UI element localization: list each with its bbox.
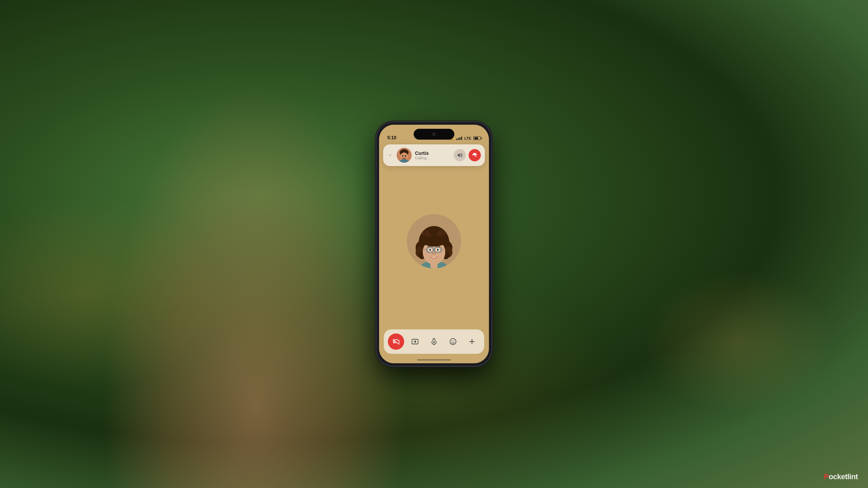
female-memoji-svg (410, 221, 458, 268)
watermark: Pocketlint (824, 472, 858, 481)
banner-chevron-icon[interactable] (387, 152, 393, 158)
svg-point-42 (425, 253, 429, 256)
contact-avatar-small (397, 148, 412, 163)
home-indicator (417, 359, 451, 361)
watermark-p: P (824, 472, 829, 481)
svg-point-47 (450, 339, 456, 345)
phone-frame: 5:10 🔔 LTE (376, 122, 492, 366)
battery-fill (474, 137, 478, 139)
speaker-icon (457, 152, 463, 158)
svg-point-43 (439, 253, 443, 256)
banner-action-buttons (454, 149, 481, 161)
phone-screen: 5:10 🔔 LTE (379, 125, 489, 363)
curtis-memoji-icon (397, 148, 412, 163)
contact-name: Curtis (415, 150, 450, 156)
contact-avatar-main (407, 214, 461, 268)
svg-rect-45 (433, 339, 435, 343)
phone-wrapper: 5:10 🔔 LTE (376, 122, 492, 366)
signal-bar-4 (461, 137, 462, 140)
signal-bar-3 (459, 137, 460, 140)
banner-contact-info: Curtis Calling... (415, 150, 450, 160)
speaker-button[interactable] (454, 149, 466, 161)
screen-share-button[interactable] (407, 333, 423, 350)
dynamic-island (414, 129, 454, 140)
camera-off-button[interactable] (388, 333, 404, 350)
microphone-icon (430, 338, 438, 345)
screen-background: 5:10 🔔 LTE (379, 125, 489, 363)
svg-point-40 (432, 253, 434, 255)
emoji-button[interactable] (445, 333, 461, 350)
network-type: LTE (464, 136, 471, 140)
emoji-icon (449, 338, 457, 345)
call-banner: Curtis Calling... (383, 144, 485, 166)
watermark-text: ocketlint (829, 472, 858, 481)
svg-point-4 (405, 155, 406, 157)
svg-point-24 (422, 239, 429, 245)
call-status: Calling... (415, 156, 450, 160)
mute-button[interactable] (426, 333, 442, 350)
screen-share-icon (411, 338, 419, 345)
decline-icon (472, 152, 478, 158)
signal-bars (456, 137, 462, 140)
status-right: 🔔 LTE (449, 136, 481, 140)
contact-memoji-circle (407, 214, 461, 268)
signal-bar-2 (458, 138, 459, 140)
svg-point-38 (438, 249, 439, 250)
dynamic-island-dot (432, 133, 436, 136)
status-time: 5:10 (387, 135, 396, 140)
battery-indicator (473, 136, 481, 140)
add-icon (468, 338, 476, 345)
svg-point-3 (402, 155, 403, 157)
signal-bar-1 (456, 139, 457, 140)
svg-point-25 (439, 239, 446, 245)
svg-point-41 (435, 253, 436, 255)
decline-call-button[interactable] (469, 149, 481, 161)
call-controls-bar (384, 329, 484, 354)
svg-point-49 (454, 341, 454, 341)
svg-point-48 (452, 341, 452, 341)
svg-point-37 (430, 249, 431, 250)
camera-off-icon (392, 338, 400, 345)
add-button[interactable] (464, 333, 480, 350)
hand-overlay (102, 81, 407, 488)
